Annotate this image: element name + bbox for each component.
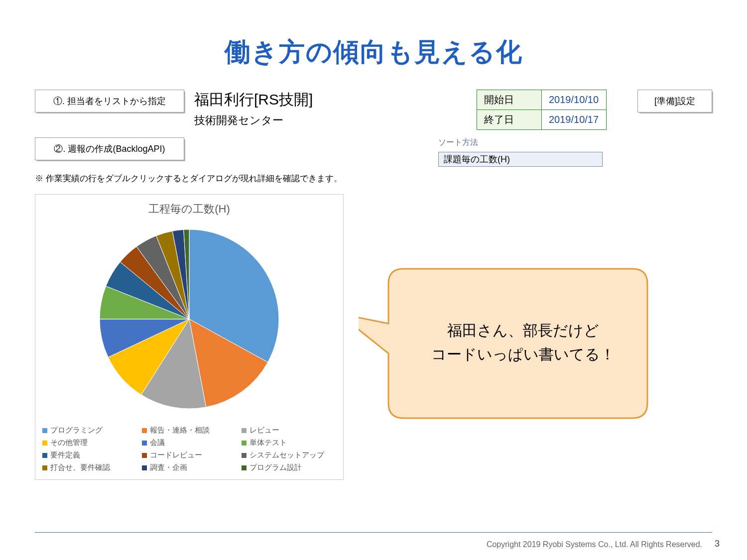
legend-label: 要件定義 <box>50 450 80 460</box>
legend-label: プログラム設計 <box>249 463 302 472</box>
page-number: 3 <box>715 539 720 549</box>
legend-item: コードレビュー <box>142 450 237 460</box>
legend-label: 打合せ、要件確認 <box>50 463 110 472</box>
callout-line-2: コードいっぱい書いてる！ <box>388 342 657 366</box>
legend-item: 要件定義 <box>42 450 137 460</box>
start-date-label: 開始日 <box>477 90 542 110</box>
start-date-value[interactable]: 2019/10/10 <box>542 90 607 110</box>
legend-item: 調査・企画 <box>142 463 237 472</box>
copyright: Copyright 2019 Ryobi Systems Co., Ltd. A… <box>487 540 702 549</box>
legend-label: システムセットアップ <box>249 450 324 460</box>
legend-swatch <box>42 428 47 433</box>
legend-item: システムセットアップ <box>242 450 336 460</box>
legend-item: プログラム設計 <box>242 463 336 472</box>
legend-item: 報告・連絡・相談 <box>142 426 237 435</box>
legend-swatch <box>242 465 247 470</box>
legend-item: その他管理 <box>42 438 137 448</box>
legend-label: 報告・連絡・相談 <box>150 426 210 435</box>
person-name: 福田利行[RS技開] <box>194 90 313 110</box>
legend-label: 単体テスト <box>249 438 287 448</box>
legend-item: 打合せ、要件確認 <box>42 463 137 472</box>
legend-item: 単体テスト <box>242 438 336 448</box>
sort-label: ソート方法 <box>438 137 603 148</box>
create-weekly-report-button[interactable]: ②. 週報の作成(BacklogAPI) <box>35 137 184 160</box>
end-date-value[interactable]: 2019/10/17 <box>542 110 607 130</box>
legend-swatch <box>142 465 147 470</box>
legend-label: 調査・企画 <box>150 463 187 472</box>
pie-chart <box>75 220 304 419</box>
slide-title: 働き方の傾向も見える化 <box>35 35 712 70</box>
person-dept: 技術開発センター <box>194 113 313 128</box>
select-person-button[interactable]: ①. 担当者をリストから指定 <box>35 90 184 112</box>
legend-swatch <box>242 428 247 433</box>
prepare-settings-button[interactable]: [準備]設定 <box>637 90 712 112</box>
pie-chart-panel: 工程毎の工数(H) プログラミング報告・連絡・相談レビューその他管理会議単体テス… <box>35 194 344 480</box>
end-date-label: 終了日 <box>477 110 542 130</box>
legend-swatch <box>242 441 247 446</box>
legend-item: レビュー <box>242 426 336 435</box>
callout-line-1: 福田さん、部長だけど <box>388 319 657 342</box>
legend-swatch <box>42 441 47 446</box>
speech-callout: 福田さん、部長だけど コードいっぱい書いてる！ <box>359 254 677 443</box>
chart-legend: プログラミング報告・連絡・相談レビューその他管理会議単体テスト要件定義コードレビ… <box>42 426 336 472</box>
chart-title: 工程毎の工数(H) <box>42 202 336 217</box>
legend-swatch <box>142 428 147 433</box>
legend-label: レビュー <box>249 426 279 435</box>
sort-select[interactable]: 課題毎の工数(H) <box>438 152 603 167</box>
legend-label: その他管理 <box>50 438 88 448</box>
date-table: 開始日 2019/10/10 終了日 2019/10/17 <box>477 90 607 130</box>
hint-text: ※ 作業実績の行をダブルクリックするとダイアログが現れ詳細を確認できます。 <box>35 173 712 184</box>
legend-item: プログラミング <box>42 426 137 435</box>
legend-swatch <box>242 453 247 458</box>
legend-swatch <box>42 465 47 470</box>
legend-swatch <box>142 453 147 458</box>
legend-item: 会議 <box>142 438 237 448</box>
legend-label: 会議 <box>150 438 165 448</box>
footer-divider <box>35 532 712 533</box>
legend-label: プログラミング <box>50 426 103 435</box>
legend-swatch <box>142 441 147 446</box>
legend-swatch <box>42 453 47 458</box>
legend-label: コードレビュー <box>150 450 202 460</box>
